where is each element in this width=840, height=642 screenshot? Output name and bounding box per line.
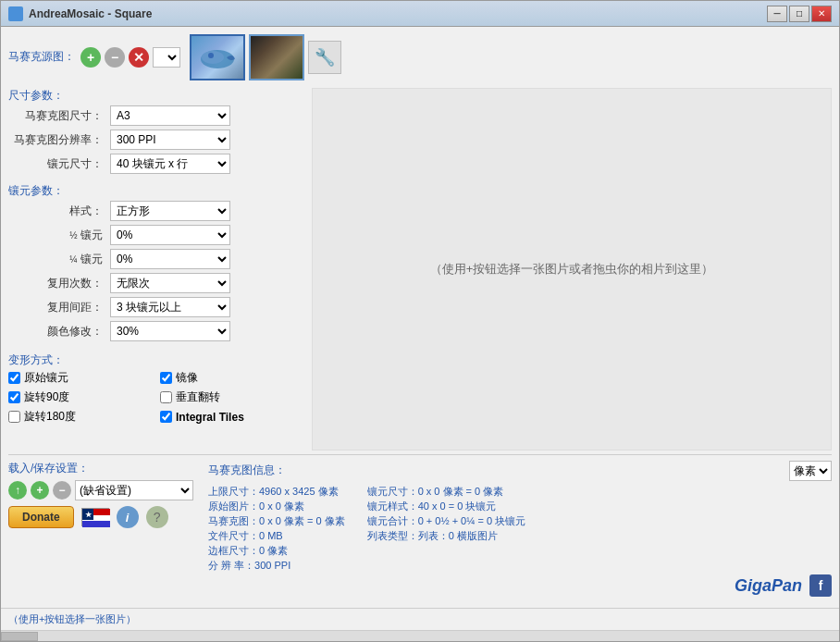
info-button[interactable]: i [117, 506, 139, 528]
vflip-checkbox[interactable] [160, 391, 172, 403]
preview-hint-text: （使用+按钮选择一张图片或者拖虫你的相片到这里） [430, 261, 714, 278]
original-image-info: 原始图片：0 x 0 像素 [208, 500, 345, 513]
close-button[interactable]: ✕ [811, 6, 832, 22]
thumbnail-area: 🔧 [190, 34, 341, 80]
mosaic-size-label: 马赛克图尺寸： [8, 108, 110, 124]
reuse-count-label: 复用次数： [8, 276, 110, 291]
donate-button[interactable]: Donate [8, 506, 74, 528]
load-add-button[interactable]: + [31, 481, 49, 500]
tile-params-label: 镶元参数： [8, 183, 304, 199]
window-title: AndreaMosaic - Square [29, 7, 767, 20]
color-adjust-row: 颜色修改： 30% [8, 321, 304, 341]
info-columns: 上限尺寸：4960 x 3425 像素 原始图片：0 x 0 像素 马赛克图：0… [208, 485, 832, 573]
integral-checkbox[interactable] [160, 411, 172, 423]
horizontal-scrollbar[interactable] [1, 630, 839, 641]
integral-label: Integral Tiles [176, 411, 244, 424]
app-window: AndreaMosaic - Square ─ □ ✕ 马赛克源图： + − ✕ [0, 0, 840, 642]
resolution-select[interactable]: 300 PPI [110, 130, 230, 150]
reuse-count-row: 复用次数： 无限次 [8, 273, 304, 293]
tools-button[interactable]: 🔧 [308, 41, 341, 74]
facebook-icon[interactable]: f [809, 574, 832, 597]
bottom-row: 载入/保存设置： ↑ + − (缺省设置) Donate [8, 461, 832, 597]
remove-source-button[interactable]: − [105, 47, 125, 68]
load-up-button[interactable]: ↑ [8, 481, 27, 500]
rotate90-row: 旋转90度 [8, 389, 153, 405]
source-controls: + − ✕ [80, 47, 180, 68]
tile-size-label: 镶元尺寸： [8, 156, 110, 172]
gigapan-logo: GigaPan [735, 576, 802, 596]
original-row: 原始镶元 [8, 370, 153, 386]
clear-source-button[interactable]: ✕ [129, 47, 149, 68]
main-content: 马赛克源图： + − ✕ [1, 27, 839, 608]
scrollbar-thumb[interactable] [1, 632, 38, 641]
rotate90-checkbox[interactable] [8, 391, 20, 403]
reuse-count-select[interactable]: 无限次 [110, 273, 230, 293]
source-dropdown[interactable] [153, 47, 180, 68]
transform-section: 变形方式： 原始镶元 镜像 旋转90度 [8, 352, 304, 426]
window-controls: ─ □ ✕ [767, 6, 832, 22]
half-tile-row: ½ 镶元 0% [8, 225, 304, 245]
mosaic-info-label: 马赛克图信息： [208, 463, 286, 478]
tile-size-info: 镶元尺寸：0 x 0 像素 = 0 像素 [367, 485, 525, 499]
dolphin-thumbnail [191, 36, 243, 79]
flag-icon: ★ [81, 508, 109, 526]
resolution-label: 马赛克图分辨率： [8, 132, 110, 148]
status-text: （使用+按钮选择一张图片） [8, 612, 136, 626]
original-checkbox[interactable] [8, 372, 20, 384]
rotate90-label: 旋转90度 [24, 389, 69, 405]
rotate180-checkbox[interactable] [8, 411, 20, 423]
title-bar: AndreaMosaic - Square ─ □ ✕ [1, 1, 839, 27]
add-source-button[interactable]: + [80, 47, 101, 68]
main-area: 尺寸参数： 马赛克图尺寸： A3 马赛克图分辨率： 300 PPI [8, 88, 832, 451]
style-label: 样式： [8, 204, 110, 219]
tile-params-section: 镶元参数： 样式： 正方形 ½ 镶元 0% [8, 183, 304, 345]
vflip-row: 垂直翻转 [160, 389, 304, 405]
source-label: 马赛克源图： [8, 49, 75, 65]
load-minus-button[interactable]: − [53, 481, 71, 500]
tile-size-row: 镶元尺寸： 40 块镶元 x 行 [8, 154, 304, 174]
info-col-right: 镶元尺寸：0 x 0 像素 = 0 像素 镶元样式：40 x 0 = 0 块镶元… [367, 485, 525, 573]
preset-select[interactable]: (缺省设置) [75, 480, 193, 500]
file-size-info: 文件尺寸：0 MB [208, 529, 345, 543]
source-row: 马赛克源图： + − ✕ [8, 34, 832, 80]
transform-grid: 原始镶元 镜像 旋转90度 垂直翻转 [8, 370, 304, 426]
status-bar: （使用+按钮选择一张图片） [1, 608, 839, 630]
help-button[interactable]: ? [146, 506, 168, 528]
reuse-distance-label: 复用间距： [8, 300, 110, 315]
thumbnail-1[interactable] [190, 34, 245, 80]
mirror-checkbox[interactable] [160, 372, 172, 384]
svg-point-2 [208, 53, 214, 58]
quarter-tile-select[interactable]: 0% [110, 249, 230, 269]
quarter-tile-row: ¼ 镶元 0% [8, 249, 304, 269]
resolution-row: 马赛克图分辨率： 300 PPI [8, 130, 304, 150]
mosaic-info-section: 马赛克图信息： 像素 厘米 英寸 上限尺寸：4960 x 3425 像素 原始图… [201, 461, 832, 597]
minimize-button[interactable]: ─ [767, 6, 787, 22]
svg-text:★: ★ [84, 511, 92, 519]
tile-total-info: 镶元合计：0 + 0½ + 0¼ = 0 块镶元 [367, 514, 525, 528]
unit-select[interactable]: 像素 厘米 英寸 [789, 461, 832, 481]
original-label: 原始镶元 [24, 370, 68, 386]
vflip-label: 垂直翻转 [176, 389, 220, 405]
list-type-info: 列表类型：列表：0 横版图片 [367, 529, 525, 543]
preview-panel: （使用+按钮选择一张图片或者拖虫你的相片到这里） [312, 88, 832, 451]
mirror-row: 镜像 [160, 370, 304, 386]
thumbnail-2[interactable] [249, 34, 304, 80]
donate-row: Donate ★ i ? [8, 506, 193, 528]
tile-style-info: 镶元样式：40 x 0 = 0 块镶元 [367, 500, 525, 513]
style-select[interactable]: 正方形 [110, 201, 230, 221]
transform-label: 变形方式： [8, 352, 304, 368]
tile-size-select[interactable]: 40 块镶元 x 行 [110, 154, 230, 174]
mosaic-size-select[interactable]: A3 [110, 105, 230, 126]
mosaic-size-row: 马赛克图尺寸： A3 [8, 105, 304, 126]
color-adjust-select[interactable]: 30% [110, 321, 230, 341]
load-save-label: 载入/保存设置： [8, 461, 193, 476]
half-tile-select[interactable]: 0% [110, 225, 230, 245]
upper-limit-info: 上限尺寸：4960 x 3425 像素 [208, 485, 345, 499]
color-adjust-label: 颜色修改： [8, 324, 110, 340]
reuse-distance-select[interactable]: 3 块镶元以上 [110, 297, 230, 317]
app-icon [8, 6, 23, 21]
maximize-button[interactable]: □ [789, 6, 809, 22]
gigapan-row: GigaPan f [208, 574, 832, 597]
half-tile-label: ½ 镶元 [8, 228, 110, 243]
size-params-label: 尺寸参数： [8, 88, 304, 104]
